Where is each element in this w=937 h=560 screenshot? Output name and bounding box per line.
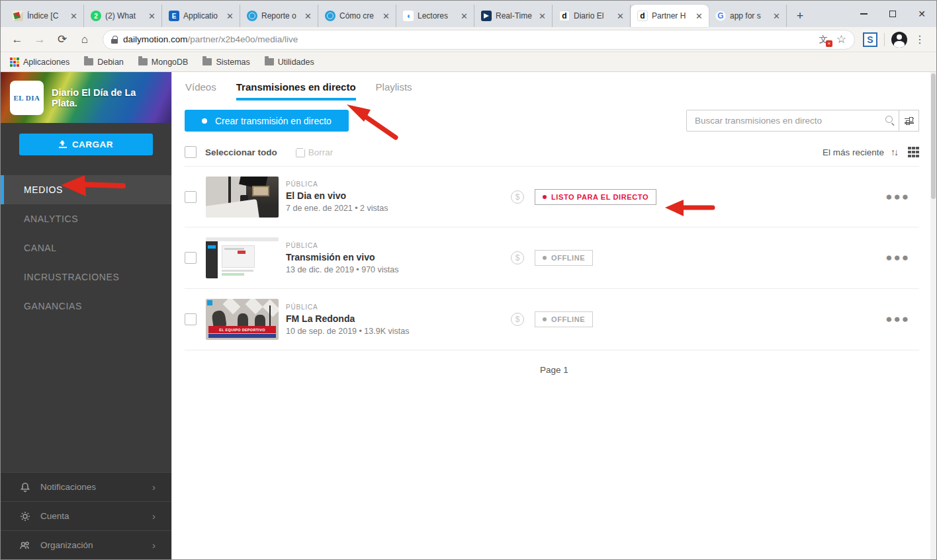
minimize-button[interactable] (849, 1, 878, 27)
close-window-button[interactable]: ✕ (907, 1, 936, 27)
media-title[interactable]: El Dia en vivo (286, 190, 504, 201)
row-checkbox[interactable] (185, 313, 197, 325)
new-tab-button[interactable]: + (791, 7, 809, 25)
browser-menu-icon[interactable]: ⋮ (910, 30, 930, 50)
address-bar[interactable]: dailymotion.com/partner/x2b4e0o/media/li… (103, 30, 855, 50)
home-icon[interactable]: ⌂ (75, 30, 95, 50)
scrollbar-thumb[interactable] (931, 73, 936, 199)
bookmark-folder-utilidades[interactable]: Utilidades (265, 58, 314, 67)
close-icon[interactable]: ✕ (224, 11, 236, 22)
select-all-label: Seleccionar todo (205, 147, 277, 157)
sidebar-item-analytics[interactable]: ANALYTICS (1, 204, 171, 233)
media-title[interactable]: FM La Redonda (286, 313, 504, 324)
translate-blocked-icon[interactable] (819, 34, 831, 46)
close-icon[interactable]: ✕ (693, 11, 705, 22)
thumbnail-fm-la-redonda[interactable]: EL EQUIPO DEPORTIVO (206, 299, 279, 340)
create-live-button[interactable]: Crear transmisión en directo (185, 110, 349, 132)
row-menu-icon[interactable]: ●●● (885, 251, 919, 264)
browser-tab-indice[interactable]: Índice [C ✕ (6, 5, 84, 27)
thumbnail-el-dia-en-vivo[interactable] (206, 177, 279, 218)
tab-title: Reporte o (261, 11, 298, 20)
dailymotion-icon: d (637, 11, 648, 21)
close-icon[interactable]: ✕ (302, 11, 314, 22)
monetization-icon[interactable]: $ (511, 190, 524, 204)
browser-tab-application[interactable]: E Applicatio ✕ (162, 5, 240, 27)
row-checkbox[interactable] (185, 252, 197, 264)
chevron-right-icon: › (152, 510, 156, 522)
close-icon[interactable]: ✕ (537, 11, 548, 22)
tab-title: Applicatio (183, 11, 220, 20)
browser-tab-app-for[interactable]: G app for s ✕ (709, 5, 787, 27)
grid-view-icon[interactable] (908, 147, 919, 158)
browser-tab-como-crear[interactable]: Cómo cre ✕ (318, 5, 396, 27)
media-title[interactable]: Transmisión en vivo (286, 252, 504, 262)
url-path: /partner/x2b4e0o/media/live (188, 34, 298, 44)
close-icon[interactable]: ✕ (615, 11, 626, 22)
maximize-button[interactable] (878, 1, 907, 27)
bookmark-folder-sistemas[interactable]: Sistemas (202, 58, 249, 67)
status-dot-icon (543, 317, 547, 321)
filter-button[interactable] (899, 110, 919, 132)
media-tabs: Vídeos Transmisiones en directo Playlist… (172, 72, 936, 100)
back-icon[interactable]: ← (7, 30, 27, 50)
upload-button[interactable]: CARGAR (19, 134, 153, 155)
monetization-icon[interactable]: $ (511, 313, 524, 326)
close-icon[interactable]: ✕ (771, 11, 782, 22)
tab-title: Lectores (418, 11, 455, 20)
create-live-label: Crear transmisión en directo (215, 116, 332, 126)
sidebar: EL DIA Diario El Día de La Plata. CARGAR… (1, 72, 171, 559)
browser-tab-partner-active[interactable]: d Partner H ✕ (631, 5, 709, 27)
sidebar-item-ganancias[interactable]: GANANCIAS (1, 292, 171, 321)
bookmark-star-icon[interactable]: ☆ (836, 32, 846, 46)
scrollbar[interactable] (930, 72, 936, 559)
browser-tab-diario[interactable]: d Diario El ✕ (553, 5, 631, 27)
tab-label: Transmisiones en directo (236, 81, 356, 93)
bookmark-label: MongoDB (152, 58, 189, 67)
bookmark-folder-debian[interactable]: Debian (84, 58, 124, 67)
extension-icon[interactable]: S (863, 32, 877, 47)
trash-icon (296, 148, 304, 157)
browser-tab-lectores[interactable]: ◖ Lectores ✕ (396, 5, 474, 27)
close-icon[interactable]: ✕ (380, 11, 392, 22)
sidebar-item-organizacion[interactable]: Organización › (1, 530, 171, 559)
sidebar-item-incrustraciones[interactable]: INCRUSTRACIONES (1, 262, 171, 292)
row-checkbox[interactable] (185, 191, 197, 203)
select-all-checkbox[interactable] (185, 146, 197, 158)
sidebar-item-canal[interactable]: CANAL (1, 233, 171, 262)
status-badge-ready: LISTO PARA EL DIRECTO (535, 189, 656, 205)
browser-tab-realtime[interactable]: Real-Time ✕ (474, 5, 553, 27)
monetization-icon[interactable]: $ (511, 251, 524, 264)
row-menu-icon[interactable]: ●●● (885, 190, 919, 204)
delete-button[interactable]: Borrar (296, 147, 334, 157)
close-icon[interactable]: ✕ (68, 11, 79, 22)
bookmark-label: Sistemas (216, 58, 249, 67)
apps-shortcut[interactable]: Aplicaciones (10, 58, 69, 67)
sort-label: El más reciente (823, 147, 884, 157)
sidebar-item-cuenta[interactable]: Cuenta › (1, 501, 171, 530)
sidebar-item-notificaciones[interactable]: Notificaciones › (1, 472, 171, 501)
tab-transmisiones[interactable]: Transmisiones en directo (236, 81, 356, 100)
reload-icon[interactable]: ⟳ (52, 30, 72, 50)
certificate-icon (13, 11, 23, 21)
browser-tab-whatsapp[interactable]: 2 (2) What ✕ (84, 5, 162, 27)
tab-videos[interactable]: Vídeos (185, 81, 216, 100)
forward-icon[interactable]: → (30, 30, 50, 50)
google-icon: G (715, 11, 726, 21)
browser-toolbar: ← → ⟳ ⌂ dailymotion.com/partner/x2b4e0o/… (1, 27, 936, 52)
bookmark-folder-mongodb[interactable]: MongoDB (138, 58, 189, 67)
sort-arrows-icon[interactable]: ↑↓ (891, 147, 897, 157)
visibility-label: PÚBLICA (286, 180, 504, 188)
search-input[interactable] (686, 110, 899, 132)
menu-label: CANAL (24, 243, 57, 253)
bookmarks-bar: Aplicaciones Debian MongoDB Sistemas Uti… (1, 52, 936, 72)
row-menu-icon[interactable]: ●●● (885, 313, 919, 326)
status-label: LISTO PARA EL DIRECTO (551, 193, 648, 201)
close-icon[interactable]: ✕ (146, 11, 157, 22)
thumbnail-transmision-en-vivo[interactable] (206, 237, 279, 278)
profile-avatar[interactable] (891, 32, 907, 48)
tab-playlists[interactable]: Playlists (376, 81, 412, 100)
close-icon[interactable]: ✕ (459, 11, 470, 22)
sidebar-item-medios[interactable]: MEDIOS (1, 175, 171, 204)
media-row-transmision-en-vivo: PÚBLICA Transmisión en vivo 13 de dic. d… (185, 227, 919, 289)
browser-tab-reporte[interactable]: Reporte o ✕ (240, 5, 318, 27)
